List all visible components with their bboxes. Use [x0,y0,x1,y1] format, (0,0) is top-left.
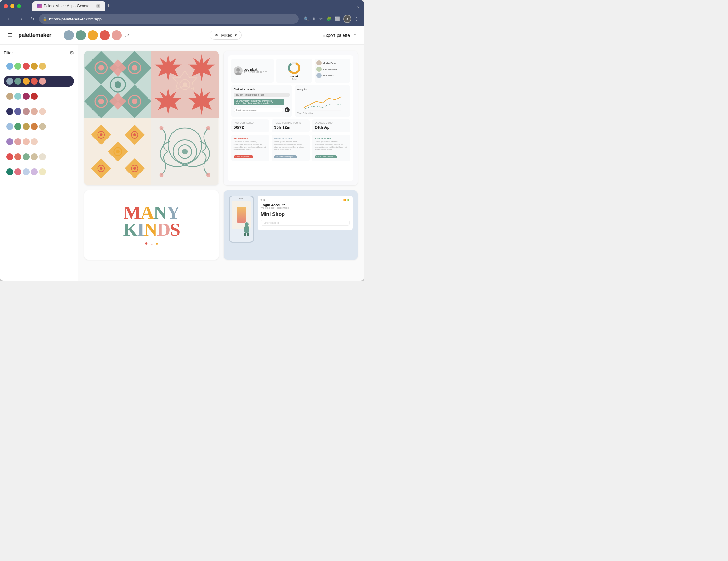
dot [39,168,46,175]
address-bar[interactable]: 🔒 https://palettemaker.com/app [39,14,299,24]
dot [23,153,30,160]
header-center: 👁 Mixed ▾ [135,31,316,40]
palette-swatches: ⇄ [64,30,129,40]
extensions-icon[interactable]: 🧩 [326,16,332,21]
chat-input[interactable] [234,108,283,112]
palette-row-3[interactable] [4,91,74,102]
toolbar-icons: 🔍 ⬆ ☆ 🧩 ⬜ X ⋮ [304,15,359,23]
dot [23,168,30,175]
svg-rect-53 [244,233,246,236]
swatch-coral-red[interactable] [100,30,110,40]
new-tab-button[interactable]: + [107,3,110,9]
dot [39,63,46,70]
tab-close-button[interactable]: × [96,4,100,8]
dot [14,93,21,100]
bookmark-icon[interactable]: ☆ [319,16,323,21]
tab-title: PaletteMaker App - Generate C [44,4,94,8]
login-form-preview: 9:41 📶 🔋 Login Account Welcome back Pale… [258,195,353,230]
share-icon[interactable]: ⬆ [312,16,316,21]
refresh-button[interactable]: ↻ [28,14,36,23]
dashboard-name: Joe Black [244,68,268,71]
dot [39,108,46,115]
app-content: ☰ palettemaker ⇄ 👁 Mixed ▾ Export palett… [0,26,364,280]
tile-q3 [84,118,151,185]
svg-point-8 [98,65,104,70]
login-title: Login Account [261,203,350,207]
swatch-light-coral[interactable] [112,30,122,40]
tile-q2 [151,51,218,118]
profile-button[interactable]: X [343,15,351,23]
dot [14,78,21,85]
dot [6,93,13,100]
svg-point-42 [206,126,210,130]
palette-row-6[interactable] [4,136,74,147]
palette-row-5[interactable] [4,121,74,132]
dot [14,63,21,70]
palette-row-active[interactable] [4,76,74,87]
back-button[interactable]: ← [5,14,14,23]
dot [23,108,30,115]
search-icon[interactable]: 🔍 [304,16,309,21]
dot [14,138,21,145]
active-tab[interactable]: PaletteMaker App - Generate C × [32,1,105,11]
tab-bar: PaletteMaker App - Generate C × + [32,1,110,11]
svg-point-40 [182,149,188,154]
lock-icon: 🔒 [43,17,47,21]
text-S: S [170,219,180,240]
dot [14,168,21,175]
filter-label: Filter [4,50,13,55]
filter-settings-icon[interactable]: ⚙ [70,50,74,56]
dot [23,138,30,145]
svg-point-32 [100,167,103,170]
svg-point-28 [100,133,103,136]
palette-row-1[interactable] [4,61,74,71]
palette-row-7[interactable] [4,151,74,162]
dot [6,63,13,70]
svg-point-51 [245,222,249,226]
shuffle-button[interactable]: ⇄ [125,32,129,38]
svg-point-41 [160,126,164,130]
svg-point-44 [206,173,210,177]
dot [6,108,13,115]
export-palette-button[interactable]: Export palette [323,33,350,38]
swatch-blue-gray[interactable] [64,30,74,40]
dot [31,93,38,100]
palette-row-8[interactable] [4,166,74,177]
text-I: I [137,219,144,240]
svg-rect-52 [244,226,249,233]
svg-point-34 [133,167,136,170]
traffic-light-yellow[interactable] [10,4,14,8]
palette-row-4[interactable] [4,106,74,117]
tab-list-chevron[interactable]: ⌄ [356,3,360,8]
dot [14,108,21,115]
view-mode-toggle[interactable]: 👁 Mixed ▾ [210,31,242,40]
dot [23,123,30,130]
traffic-light-red[interactable] [4,4,8,8]
view-mode-label: Mixed [221,33,232,37]
upload-button[interactable]: ↑ [354,32,356,38]
forward-button[interactable]: → [16,14,25,23]
more-options-icon[interactable]: ⋮ [355,16,359,21]
dashboard-card: Joe Black PROJECT MANAGER [224,51,358,185]
dot [23,93,30,100]
text-K: K [123,219,137,240]
content-area: Joe Black PROJECT MANAGER [78,45,364,280]
dot [14,153,21,160]
main-layout: Filter ⚙ [0,45,364,280]
tile-q1 [84,51,151,118]
swatch-teal[interactable] [76,30,86,40]
login-subtitle: Welcome back Palette Maker ! [261,207,350,209]
text-D: D [157,219,170,240]
address-text: https://palettemaker.com/app [49,17,102,21]
dot [39,78,46,85]
svg-point-12 [98,98,104,104]
swatch-orange[interactable] [88,30,98,40]
dot [14,123,21,130]
layout-icon[interactable]: ⬜ [335,16,340,21]
traffic-light-green[interactable] [17,4,21,8]
dot [31,153,38,160]
dot [39,153,46,160]
menu-button[interactable]: ☰ [8,32,12,38]
dot [6,78,13,85]
dot [6,168,13,175]
